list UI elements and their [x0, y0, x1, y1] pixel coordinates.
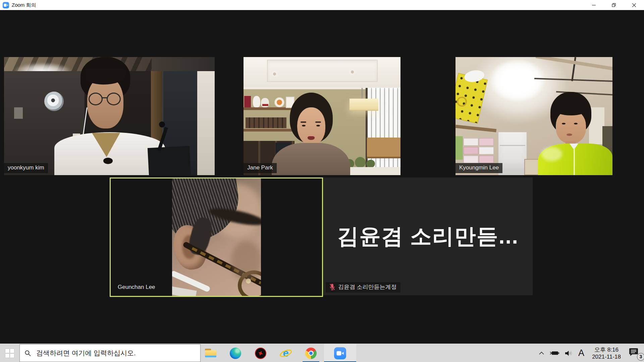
- windows-logo-icon: [5, 349, 14, 358]
- taskbar-security-app[interactable]: [248, 344, 273, 362]
- video-tile-yoonkyum-kim[interactable]: yoonkyum kim: [4, 57, 215, 175]
- taskbar-file-explorer[interactable]: [198, 344, 223, 362]
- taskbar-internet-explorer[interactable]: e: [273, 344, 298, 362]
- participant-name-text: 김윤겸 소리만듣는계정: [338, 284, 397, 291]
- eyebrow: [301, 121, 306, 123]
- plant: [366, 160, 375, 168]
- participant-name-label: yoonkyum kim: [4, 163, 48, 173]
- video-tile-jane-park[interactable]: Jane Park: [244, 57, 400, 175]
- titlebar-left: Zoom 회의: [0, 2, 36, 8]
- close-button[interactable]: [624, 0, 644, 10]
- participant-name-label: 김윤겸 소리만듣는계정: [326, 282, 400, 293]
- wood-table: [367, 138, 400, 158]
- taskbar-zoom[interactable]: [324, 344, 356, 362]
- lamp-cord: [362, 88, 363, 100]
- shelf-board: [244, 129, 294, 132]
- eye: [574, 123, 578, 124]
- taskbar-clock[interactable]: 오후 8:16 2021-11-18: [589, 346, 624, 360]
- meeting-area: yoonkyum kim: [0, 10, 644, 344]
- drawer-bin: [479, 156, 494, 163]
- window-controls: [584, 0, 644, 10]
- window-titlebar: Zoom 회의: [0, 0, 644, 10]
- books-row: [246, 117, 286, 128]
- start-button[interactable]: [0, 344, 19, 362]
- clock-date: 2021-11-18: [589, 353, 624, 360]
- bunny-plush: [253, 96, 260, 107]
- jacket-highlight: [541, 147, 562, 161]
- security-app-icon: [255, 348, 266, 359]
- vest-logo: [103, 158, 113, 164]
- taskbar-chrome[interactable]: [299, 344, 323, 362]
- glasses-bridge: [102, 97, 107, 98]
- taskbar-edge[interactable]: [223, 344, 248, 362]
- taskbar: e: [0, 344, 644, 362]
- plush-scarf: [262, 104, 268, 106]
- participant-name-label: Jane Park: [244, 163, 277, 173]
- wall-fan: [44, 92, 64, 111]
- file-explorer-icon: [205, 349, 217, 358]
- laptop: [148, 146, 191, 175]
- jacket-zipper: [574, 148, 575, 175]
- eye-shadow: [231, 241, 261, 281]
- window-title: Zoom 회의: [12, 2, 36, 8]
- internet-explorer-icon: e: [279, 347, 292, 359]
- muted-mic-icon: [329, 283, 335, 291]
- chrome-icon: [305, 348, 317, 359]
- desktop-screen: Zoom 회의: [0, 0, 644, 362]
- green-bin: [455, 136, 463, 160]
- person-fringe: [554, 104, 587, 115]
- system-tray: A 오후 8:16 2021-11-18 3: [539, 344, 642, 362]
- desk-mic: [159, 121, 165, 127]
- drawer-bin: [479, 147, 494, 154]
- eye: [562, 123, 566, 124]
- red-books: [244, 96, 251, 107]
- glasses-right-lens: [107, 93, 121, 105]
- eyebrow: [315, 121, 321, 123]
- hanging-lamp: [350, 99, 378, 111]
- ceiling-light: [489, 59, 546, 102]
- video-tile-kim-yoongyeom[interactable]: 김윤겸 소리만듣... 김윤겸 소리만듣는계정: [323, 177, 533, 295]
- notification-badge: 3: [637, 353, 644, 361]
- mouth: [567, 134, 572, 136]
- wall-poster: [14, 107, 23, 119]
- eye: [316, 125, 320, 126]
- minimize-button[interactable]: [584, 0, 604, 10]
- video-tile-geunchan-lee[interactable]: Geunchan Lee: [110, 177, 323, 297]
- drawer-bin: [464, 156, 478, 163]
- ceiling-panel: [267, 60, 378, 82]
- tray-chevron-up-icon[interactable]: [539, 351, 544, 355]
- participant-display-name: 김윤겸 소리만듣...: [323, 177, 533, 295]
- clock-face: [277, 100, 282, 105]
- wood-shelf-edge: [455, 125, 496, 133]
- eye: [302, 125, 306, 126]
- downlight: [273, 72, 276, 75]
- drawer-bin: [464, 138, 478, 146]
- volume-icon[interactable]: [565, 350, 573, 356]
- mouth: [308, 136, 315, 140]
- white-cabinet: [498, 132, 527, 175]
- search-input[interactable]: [36, 349, 196, 357]
- cabinet-seam: [500, 145, 525, 146]
- portrait-video-strip: [172, 178, 261, 296]
- clock-time: 오후 8:16: [589, 346, 624, 353]
- battery-charging-icon[interactable]: [549, 350, 560, 356]
- participant-name-label: Geunchan Lee: [114, 282, 159, 293]
- drawer-bin: [479, 138, 494, 146]
- restore-button[interactable]: [604, 0, 624, 10]
- glasses-left-lens: [89, 93, 103, 105]
- taskbar-search[interactable]: [19, 344, 201, 362]
- video-tile-kyoungmin-lee[interactable]: Kyoungmin Lee: [455, 57, 612, 175]
- participant-name-label: Kyoungmin Lee: [455, 163, 502, 173]
- plant: [355, 157, 366, 168]
- drawer-bin: [464, 147, 478, 154]
- sweater: [272, 143, 350, 175]
- edge-icon: [230, 348, 241, 359]
- ime-language-indicator[interactable]: A: [578, 349, 584, 358]
- search-icon: [24, 350, 31, 357]
- action-center-button[interactable]: 3: [629, 348, 642, 359]
- zoom-icon: [334, 347, 346, 359]
- zoom-app-icon: [3, 2, 9, 8]
- downlight: [351, 70, 354, 73]
- right-wall: [197, 71, 215, 175]
